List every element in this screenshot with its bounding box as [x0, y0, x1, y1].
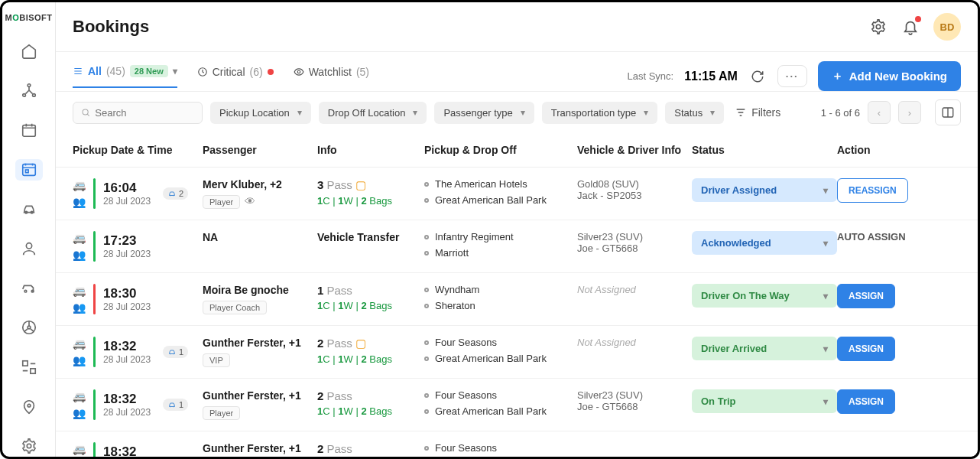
nav-vehicle-icon[interactable] [15, 199, 43, 220]
table-row[interactable]: 🚐👥 18:3228 Jul 2023 1 Gunther Ferster, +… [56, 379, 978, 431]
status-pill[interactable]: Driver Arrived▾ [692, 337, 837, 360]
trip-type-icon: 🚐 [73, 337, 86, 350]
chevron-down-icon: ▾ [710, 107, 715, 118]
page-prev-button[interactable]: ‹ [868, 101, 891, 124]
table-row[interactable]: 🚐👥 18:3228 Jul 2023 1 Gunther Ferster, +… [56, 326, 978, 379]
group-icon: 👥 [73, 301, 86, 314]
svg-rect-14 [30, 369, 34, 373]
filters-button[interactable]: Filters [735, 106, 780, 119]
trip-type-icon: 🚐 [73, 232, 86, 244]
cell-datetime: 🚐👥 16:0428 Jul 2023 2 [73, 178, 203, 209]
status-pill[interactable]: Acknowledged▾ [692, 231, 837, 255]
tab-watchlist-label: Watchlist [309, 66, 352, 78]
nav-layout-icon[interactable] [15, 356, 43, 378]
refresh-icon[interactable] [748, 67, 767, 86]
nav-bookings-icon[interactable] [15, 159, 43, 181]
pass-count: 2 [317, 389, 323, 402]
columns-toggle-button[interactable] [935, 99, 961, 125]
cell-info: 2 Pass [317, 442, 424, 455]
pickup-location: Four Seasons [435, 442, 497, 454]
assign-button[interactable]: ASSIGN [837, 284, 895, 308]
priority-stripe [93, 337, 96, 367]
cell-locations: Four Seasons Great American Ball Park [424, 389, 577, 417]
filter-dropoff[interactable]: Drop Off Location▾ [319, 102, 427, 124]
filter-status[interactable]: Status▾ [665, 102, 724, 124]
nav-home-icon[interactable] [15, 41, 43, 62]
cell-info: 2 Pass▢ 1C | 1W | 2 Bags [317, 337, 424, 365]
assign-button[interactable]: ASSIGN [837, 337, 895, 361]
filter-pickup[interactable]: Pickup Location▾ [210, 102, 311, 124]
status-pill[interactable]: On Trip▾ [692, 389, 837, 413]
flag-icon: ▢ [355, 337, 366, 350]
assign-button[interactable]: ASSIGN [837, 389, 895, 414]
pickup-location: Wyndham [435, 284, 479, 295]
tab-critical-label: Critical [213, 66, 245, 78]
group-icon: 👥 [73, 249, 86, 261]
pass-count: 1 [317, 284, 323, 297]
pickup-dot-icon [424, 182, 429, 187]
trip-type-icon: 🚐 [73, 285, 86, 297]
time-value: 18:32 [103, 444, 151, 457]
svg-point-25 [174, 353, 174, 354]
pickup-location: Infantry Regiment [435, 231, 514, 243]
tab-watchlist-count: (5) [356, 66, 369, 78]
svg-point-2 [32, 94, 35, 97]
nav-calendar-icon[interactable] [15, 119, 43, 141]
table-row[interactable]: 🚐👥 18:3028 Jul 2023 Moira Be gnoche Play… [56, 273, 978, 326]
dropoff-dot-icon [424, 304, 429, 308]
nav-settings-icon[interactable] [15, 435, 43, 457]
cell-action: AUTO ASSIGN [837, 231, 929, 243]
tab-critical[interactable]: Critical (6) [197, 66, 274, 87]
svg-point-16 [27, 444, 31, 448]
reassign-button[interactable]: REASSIGN [837, 178, 908, 203]
cell-locations: Infantry Regiment Marriott [424, 231, 577, 259]
time-value: 18:32 [103, 339, 151, 354]
nav-location-icon[interactable] [15, 396, 43, 418]
table-row[interactable]: 🚐👥 17:2328 Jul 2023 NA Vehicle Transfer … [56, 220, 978, 273]
svg-point-26 [170, 406, 171, 407]
nav-org-icon[interactable] [15, 80, 43, 102]
nav-wheel-icon[interactable] [15, 317, 43, 338]
svg-point-27 [174, 406, 174, 407]
luggage-info: 1C | 1W | 2 Bags [317, 405, 424, 417]
driver-name: Joe - GT5668 [577, 243, 692, 254]
tab-all-new: 28 New [130, 65, 168, 77]
gear-icon[interactable] [869, 18, 888, 36]
sync-time: 11:15 AM [684, 70, 738, 83]
cell-passenger: Moira Be gnoche Player Coach [203, 284, 317, 314]
table-row[interactable]: 🚐👥 18:3228 Jul 2023 Gunther Ferster, +1 … [56, 431, 978, 457]
passenger-name: NA [203, 231, 317, 243]
chevron-down-icon: ▾ [297, 107, 302, 118]
nav-shuttle-icon[interactable] [15, 278, 43, 299]
user-avatar[interactable]: BD [933, 13, 961, 41]
cell-status: Driver On The Way▾ [692, 284, 837, 308]
pickup-dot-icon [424, 393, 429, 398]
cell-info: 1 Pass 1C | 1W | 2 Bags [317, 284, 424, 311]
filter-transport[interactable]: Transportation type▾ [542, 102, 658, 124]
pass-label: Pass [327, 389, 352, 402]
svg-point-20 [83, 109, 88, 115]
status-pill[interactable]: Driver On The Way▾ [692, 284, 837, 308]
cell-passenger: Merv Kluber, +2 Player👁 [203, 178, 317, 209]
passenger-tag: VIP [203, 353, 230, 367]
page-title: Bookings [73, 17, 149, 37]
filter-passenger[interactable]: Passenger type▾ [434, 102, 534, 124]
page-next-button[interactable]: › [898, 101, 921, 124]
tab-all[interactable]: All (45) 28 New ▾ [73, 65, 177, 88]
passenger-name: Moira Be gnoche [203, 284, 317, 296]
search-input[interactable] [73, 102, 203, 124]
filter-icon [735, 106, 747, 119]
more-button[interactable]: ··· [777, 65, 807, 87]
table-row[interactable]: 🚐👥 16:0428 Jul 2023 2 Merv Kluber, +2 Pl… [56, 168, 978, 220]
luggage-info: 1C | 1W | 2 Bags [317, 353, 424, 365]
tab-watchlist[interactable]: Watchlist (5) [294, 66, 369, 87]
logo: MOBISOFT [5, 13, 52, 22]
bell-icon[interactable] [901, 18, 920, 36]
pass-label: Pass [327, 442, 352, 455]
cell-status: Driver Assigned▾ [692, 178, 837, 202]
nav-user-icon[interactable] [15, 238, 43, 259]
bookings-table: Pickup Date & Time Passenger Info Pickup… [56, 133, 978, 457]
add-new-booking-button[interactable]: ＋Add New Booking [818, 61, 961, 91]
watch-icon[interactable]: 👁 [245, 195, 255, 207]
status-pill[interactable]: Driver Assigned▾ [692, 178, 837, 202]
